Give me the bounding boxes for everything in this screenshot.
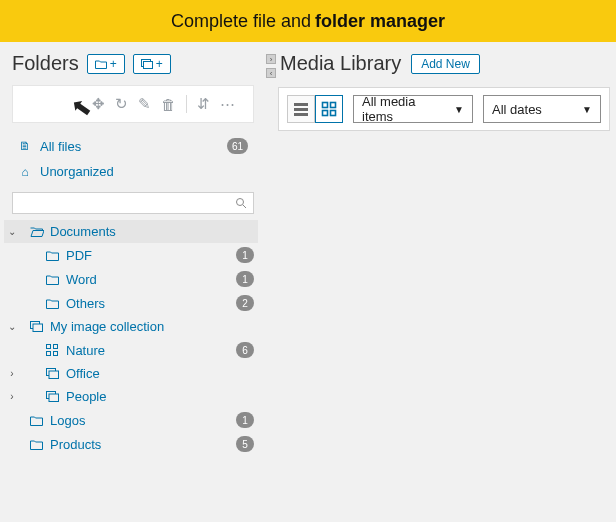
add-new-button[interactable]: Add New [411, 54, 480, 74]
media-toolbar: All media items ▼ All dates ▼ [278, 87, 610, 131]
file-icon: 🗎 [18, 139, 32, 153]
svg-point-2 [237, 199, 244, 206]
tree-item[interactable]: Nature6 [4, 338, 258, 362]
svg-rect-1 [143, 61, 152, 68]
svg-rect-11 [49, 371, 59, 379]
filter-type-select[interactable]: All media items ▼ [353, 95, 473, 123]
tree-item-label: Others [66, 296, 230, 311]
svg-rect-18 [331, 103, 336, 108]
folder-search-input[interactable] [19, 196, 235, 210]
svg-rect-14 [294, 103, 308, 106]
new-folder-button[interactable]: + [87, 54, 125, 74]
grid-icon [46, 344, 60, 356]
svg-rect-5 [33, 324, 43, 332]
tree-item-label: Word [66, 272, 230, 287]
grid-view-icon [321, 101, 337, 117]
filter-date-select[interactable]: All dates ▼ [483, 95, 601, 123]
folder-icon [30, 439, 44, 450]
svg-rect-7 [54, 345, 58, 349]
chevron-down-icon: ▼ [454, 104, 464, 115]
chevron-down-icon[interactable]: ⌄ [6, 321, 18, 332]
tree-item[interactable]: ›Office [4, 362, 258, 385]
chevron-down-icon[interactable]: ⌄ [6, 226, 18, 237]
tree-item-count: 5 [236, 436, 254, 452]
gallery-plus-icon [141, 59, 153, 69]
filter-type-label: All media items [362, 94, 446, 124]
svg-rect-15 [294, 108, 308, 111]
banner-text-1: Complete file and [171, 11, 311, 32]
tree-item-label: PDF [66, 248, 230, 263]
tree-item[interactable]: PDF1 [4, 243, 258, 267]
list-view-button[interactable] [287, 95, 315, 123]
svg-rect-19 [323, 111, 328, 116]
tree-item-count: 1 [236, 247, 254, 263]
svg-rect-17 [323, 103, 328, 108]
home-icon: ⌂ [18, 165, 32, 179]
folders-header: Folders + + [0, 46, 266, 85]
all-files-count: 61 [227, 138, 248, 154]
media-library: Media Library Add New All media items ▼ [274, 42, 616, 522]
tree-item-label: Nature [66, 343, 230, 358]
resizer-handle[interactable]: › ‹ [266, 54, 276, 90]
unorganized-row[interactable]: ⌂ Unorganized [12, 159, 254, 184]
gallery-icon [46, 391, 60, 402]
folders-sidebar: Folders + + ⬉ ✥ ↻ ✎ 🗑 ⇵ ⋯ [0, 42, 266, 522]
folder-open-icon [30, 226, 44, 237]
tree-item-label: Office [66, 366, 254, 381]
folder-search[interactable] [12, 192, 254, 214]
banner-text-2: folder manager [315, 11, 445, 32]
tree-item[interactable]: Products5 [4, 432, 258, 456]
tree-item-count: 1 [236, 412, 254, 428]
sidebar-resizer[interactable]: › ‹ [266, 42, 274, 522]
tree-item[interactable]: ›People [4, 385, 258, 408]
gallery-icon [46, 368, 60, 379]
folder-icon [46, 274, 60, 285]
filter-date-label: All dates [492, 102, 542, 117]
collapse-left-icon[interactable]: ‹ [266, 68, 276, 78]
rename-icon[interactable]: ✎ [138, 95, 151, 113]
svg-rect-9 [54, 352, 58, 356]
tree-item-count: 2 [236, 295, 254, 311]
chevron-right-icon[interactable]: › [6, 391, 18, 402]
tree-item[interactable]: ⌄Documents [4, 220, 258, 243]
svg-rect-6 [47, 345, 51, 349]
list-view-icon [293, 101, 309, 117]
tree-item[interactable]: Logos1 [4, 408, 258, 432]
move-icon[interactable]: ✥ [92, 95, 105, 113]
fixed-folders: 🗎 All files 61 ⌂ Unorganized [0, 133, 266, 188]
svg-rect-13 [49, 394, 59, 402]
grid-view-button[interactable] [315, 95, 343, 123]
more-icon[interactable]: ⋯ [220, 95, 235, 113]
tree-item[interactable]: ⌄My image collection [4, 315, 258, 338]
tree-item-label: Logos [50, 413, 230, 428]
collapse-right-icon[interactable]: › [266, 54, 276, 64]
toolbar-separator [186, 95, 187, 113]
new-gallery-button[interactable]: + [133, 54, 171, 74]
refresh-icon[interactable]: ↻ [115, 95, 128, 113]
tree-item-count: 1 [236, 271, 254, 287]
svg-rect-20 [331, 111, 336, 116]
search-icon [235, 197, 247, 209]
all-files-label: All files [40, 139, 219, 154]
main-layout: Folders + + ⬉ ✥ ↻ ✎ 🗑 ⇵ ⋯ [0, 42, 616, 522]
chevron-right-icon[interactable]: › [6, 368, 18, 379]
tree-item-label: Documents [50, 224, 254, 239]
svg-line-3 [243, 205, 246, 208]
delete-icon[interactable]: 🗑 [161, 96, 176, 113]
tree-item[interactable]: Others2 [4, 291, 258, 315]
banner: Complete file and folder manager [0, 0, 616, 42]
folders-title: Folders [12, 52, 79, 75]
tree-item[interactable]: Word1 [4, 267, 258, 291]
tree-item-label: My image collection [50, 319, 254, 334]
cursor-icon: ⬉ [69, 91, 94, 122]
tree-item-count: 6 [236, 342, 254, 358]
folder-icon [46, 250, 60, 261]
folder-icon [30, 415, 44, 426]
sort-icon[interactable]: ⇵ [197, 95, 210, 113]
folder-toolbar: ⬉ ✥ ↻ ✎ 🗑 ⇵ ⋯ [12, 85, 254, 123]
all-files-row[interactable]: 🗎 All files 61 [12, 133, 254, 159]
view-toggle [287, 95, 343, 123]
tree-item-label: People [66, 389, 254, 404]
folder-plus-icon [95, 59, 107, 69]
folder-tree: ⌄DocumentsPDF1Word1Others2⌄My image coll… [0, 220, 266, 464]
